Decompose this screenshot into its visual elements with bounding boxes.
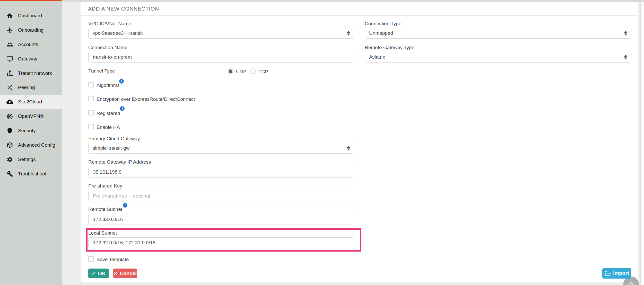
algorithms-label: Algorithms	[97, 83, 120, 88]
sidebar-item-label: Site2Cloud	[18, 99, 42, 105]
encryption-expressroute-checkbox[interactable]	[88, 96, 94, 101]
remote-gateway-ip-label: Remote Gateway IP Address	[88, 159, 151, 165]
tunnel-type-udp-radio[interactable]	[228, 68, 233, 74]
check-icon: ✓	[92, 270, 96, 277]
tunnel-type-tcp-radio[interactable]	[250, 68, 256, 74]
sidebar-item-label: OpenVPN®	[18, 113, 44, 119]
primary-cloud-gateway-select-value: simple-transit-gw	[93, 145, 130, 151]
sitemap-icon	[6, 69, 14, 77]
primary-cloud-gateway-label: Primary Cloud Gateway	[88, 136, 140, 141]
save-template-label: Save Template	[97, 257, 129, 262]
broadcast-icon	[6, 112, 14, 120]
registered-label: Registered	[97, 111, 120, 116]
remote-subnet-info-icon[interactable]: i	[123, 203, 127, 208]
top-accent-bar	[0, 0, 62, 1]
sidebar-item-troubleshoot[interactable]: Troubleshoot	[0, 167, 62, 181]
sidebar: Dashboard Onboarding Accounts Gateway Tr…	[0, 1, 62, 285]
page-title: ADD A NEW CONNECTION	[88, 6, 159, 12]
sidebar-item-label: Onboarding	[18, 27, 43, 33]
sidebar-item-security[interactable]: Security	[0, 123, 62, 138]
chevron-down-icon	[53, 128, 57, 132]
import-button[interactable]: Import	[602, 268, 631, 279]
chevron-down-icon	[53, 171, 57, 175]
connection-type-select[interactable]: Unmapped	[365, 28, 631, 39]
sidebar-item-site2cloud[interactable]: Site2Cloud	[0, 95, 62, 109]
cancel-button[interactable]: ✕ Cancel	[113, 269, 137, 278]
sidebar-item-openvpn[interactable]: OpenVPN®	[0, 109, 62, 123]
connection-type-select-value: Unmapped	[369, 30, 393, 36]
algorithms-info-icon[interactable]: i	[119, 79, 124, 84]
algorithms-checkbox[interactable]	[88, 82, 94, 87]
connection-name-input[interactable]	[88, 52, 354, 63]
chevron-down-icon	[53, 41, 57, 46]
remote-gateway-type-select-value: Aviatrix	[369, 54, 385, 60]
ok-button[interactable]: ✓ OK	[88, 269, 109, 278]
remote-gateway-type-select[interactable]: Aviatrix	[365, 52, 631, 63]
sidebar-item-label: Troubleshoot	[18, 171, 46, 177]
connection-name-label: Connection Name	[88, 45, 127, 50]
tunnel-type-tcp-label: TCP	[258, 69, 268, 75]
top-strip	[0, 0, 644, 2]
sidebar-item-accounts[interactable]: Accounts	[0, 37, 62, 52]
local-subnet-input[interactable]	[88, 237, 354, 248]
sidebar-item-label: Accounts	[18, 42, 38, 47]
x-icon: ✕	[114, 270, 118, 277]
vpc-id-select-value: vpc-9aaedee3~~transit	[93, 30, 143, 36]
sidebar-item-label: Gateway	[18, 56, 37, 62]
cube-icon	[6, 141, 14, 149]
shuffle-icon	[6, 84, 14, 91]
sidebar-item-label: Peering	[18, 85, 35, 90]
sidebar-item-transit-network[interactable]: Transit Network	[0, 66, 62, 81]
sidebar-item-dashboard[interactable]: Dashboard	[0, 8, 62, 23]
enable-ha-label: Enable HA	[97, 124, 120, 130]
sidebar-item-label: Advanced Config	[18, 142, 55, 148]
sidebar-item-label: Transit Network	[18, 70, 52, 76]
select-arrows-icon	[624, 31, 627, 36]
users-icon	[6, 41, 14, 48]
plane-icon	[6, 26, 14, 34]
pre-shared-key-label: Pre-shared Key	[88, 183, 122, 189]
local-subnet-label: Local Subnet	[88, 230, 117, 236]
primary-cloud-gateway-select[interactable]: simple-transit-gw	[88, 143, 354, 154]
registered-checkbox[interactable]	[88, 110, 94, 115]
select-arrows-icon	[624, 55, 627, 60]
chevron-up-icon	[627, 282, 635, 285]
registered-info-icon[interactable]: i	[120, 106, 125, 111]
chevron-down-icon	[53, 156, 57, 161]
sidebar-item-settings[interactable]: Settings	[0, 152, 62, 167]
vpc-id-select[interactable]: vpc-9aaedee3~~transit	[88, 28, 354, 39]
sidebar-item-advanced-config[interactable]: Advanced Config	[0, 138, 62, 152]
sidebar-item-gateway[interactable]: Gateway	[0, 52, 62, 66]
remote-subnet-label: Remote Subnet	[88, 207, 122, 212]
save-template-checkbox[interactable]	[88, 256, 94, 262]
cloud-upload-icon	[6, 98, 14, 106]
pre-shared-key-input[interactable]	[88, 191, 354, 201]
folder-open-icon	[604, 271, 611, 276]
scrollbar-track[interactable]	[640, 2, 644, 285]
monitor-icon	[6, 55, 14, 63]
add-connection-panel: ADD A NEW CONNECTION VPC ID/VNet Name vp…	[81, 2, 638, 282]
sidebar-item-label: Settings	[18, 157, 36, 162]
tunnel-type-udp-label: UDP	[236, 69, 246, 75]
tunnel-type-label: Tunnel Type	[88, 68, 115, 74]
vpc-id-label: VPC ID/VNet Name	[88, 21, 131, 26]
connection-type-label: Connection Type	[365, 21, 401, 26]
sidebar-item-onboarding[interactable]: Onboarding	[0, 23, 62, 37]
select-arrows-icon	[347, 31, 350, 36]
enable-ha-checkbox[interactable]	[88, 124, 94, 129]
chevron-down-icon	[53, 113, 57, 118]
select-arrows-icon	[347, 146, 350, 151]
encryption-expressroute-label: Encryption over ExpressRoute/DirectConne…	[97, 96, 195, 102]
divider	[81, 15, 638, 16]
remote-gateway-ip-input[interactable]	[88, 167, 354, 177]
wrench-icon	[6, 170, 14, 178]
sidebar-item-peering[interactable]: Peering	[0, 80, 62, 95]
sidebar-item-label: Dashboard	[18, 13, 42, 19]
remote-subnet-input[interactable]	[88, 214, 354, 225]
remote-gateway-type-label: Remote Gateway Type	[365, 45, 414, 50]
gear-icon	[6, 156, 14, 163]
shield-icon	[6, 127, 14, 135]
home-icon	[6, 12, 14, 20]
sidebar-item-label: Security	[18, 128, 36, 133]
